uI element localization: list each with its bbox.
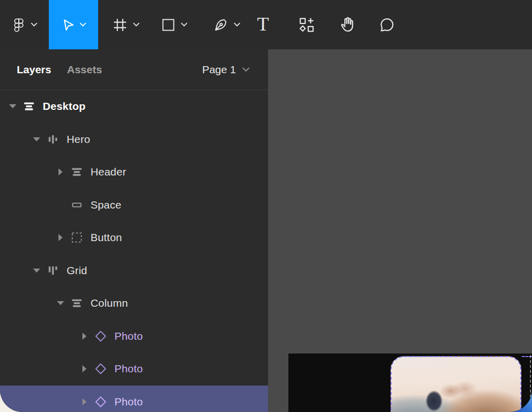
layer-label: Photo [114,363,143,375]
chevron-expanded-icon[interactable] [5,99,20,114]
layer-label: Space [91,199,122,211]
toolbar: T [0,0,532,49]
layer-label: Desktop [43,100,85,112]
layer-row-photo[interactable]: Photo [0,352,268,386]
layer-label: Photo [114,396,143,408]
frame-tool-button[interactable] [104,0,147,49]
layer-row-grid[interactable]: Grid [0,254,268,287]
cursor-icon [61,18,75,32]
chevron-down-icon [31,22,38,27]
chevron-collapsed-icon[interactable] [77,361,92,376]
layer-row-photo[interactable]: Photo [0,320,268,353]
chevron-down-icon [79,22,86,27]
layer-tree: DesktopHeroHeaderSpaceButtonGridColumnPh… [0,90,268,412]
chevron-down-icon [233,22,241,27]
layer-row-photo[interactable]: Photo [0,386,268,412]
chevron-collapsed-icon[interactable] [53,164,68,180]
text-tool-button[interactable]: T [250,0,276,49]
tab-assets[interactable]: Assets [67,64,102,76]
autolayout-rows-icon [20,99,38,114]
pen-tool-button[interactable] [206,0,247,49]
chevron-collapsed-icon[interactable] [77,394,92,409]
page-selector-label: Page 1 [202,64,236,76]
main-menu-button[interactable] [4,0,45,49]
figma-window: T [0,0,532,412]
layer-label: Hero [67,133,90,145]
chevron-collapsed-icon[interactable] [53,230,68,245]
chevron-down-icon [133,22,140,27]
panel-header: Layers Assets Page 1 [0,49,268,90]
chevron-down-icon [242,65,250,74]
tab-layers[interactable]: Layers [17,64,51,76]
instance-diamond-icon [92,329,109,344]
comment-tool-button[interactable] [370,0,404,49]
layer-row-column[interactable]: Column [0,287,268,320]
layer-row-hero[interactable]: Hero [0,123,268,156]
rectangle-icon [161,17,176,33]
autolayout-cols-center-icon [44,132,62,147]
hand-icon [338,16,357,34]
speech-bubble-icon [378,16,396,34]
figma-logo-icon [12,15,26,35]
pen-nib-icon [213,17,229,33]
layer-label: Grid [67,264,87,277]
layer-label: Button [91,231,122,244]
layer-label: Column [91,297,128,309]
chevron-expanded-icon[interactable] [29,132,44,147]
hand-tool-button[interactable] [331,0,364,49]
chevron-collapsed-icon[interactable] [77,329,92,344]
layers-panel: Layers Assets Page 1 DesktopHeroHeaderSp… [0,49,268,412]
layer-row-desktop[interactable]: Desktop [0,90,268,123]
layer-row-button[interactable]: Button [0,221,268,254]
shape-tool-button[interactable] [153,0,196,49]
shapes-plus-icon [298,16,316,34]
layer-row-header[interactable]: Header [0,156,268,189]
autolayout-cols-top-icon [44,263,62,278]
autolayout-rows-icon [68,164,85,180]
chevron-down-icon [181,22,188,27]
selected-photo-instance[interactable] [391,356,521,412]
frame-grid-icon [112,17,128,33]
frame-dashed-icon [68,230,85,245]
text-T-icon: T [257,14,269,34]
layer-row-space[interactable]: Space [0,189,268,222]
autolayout-rows-icon [68,296,85,311]
instance-diamond-icon [92,361,109,376]
instance-diamond-icon [92,394,109,409]
chevron-expanded-icon[interactable] [53,296,68,311]
canvas[interactable] [268,49,532,412]
layer-label: Photo [114,330,143,342]
chevron-spacer [53,197,68,213]
chevron-expanded-icon[interactable] [29,263,44,278]
page-selector[interactable]: Page 1 [202,64,250,76]
spacer-rect-icon [68,197,85,213]
move-tool-button[interactable] [49,0,98,49]
layer-label: Header [91,166,126,178]
resources-tool-button[interactable] [290,0,323,49]
